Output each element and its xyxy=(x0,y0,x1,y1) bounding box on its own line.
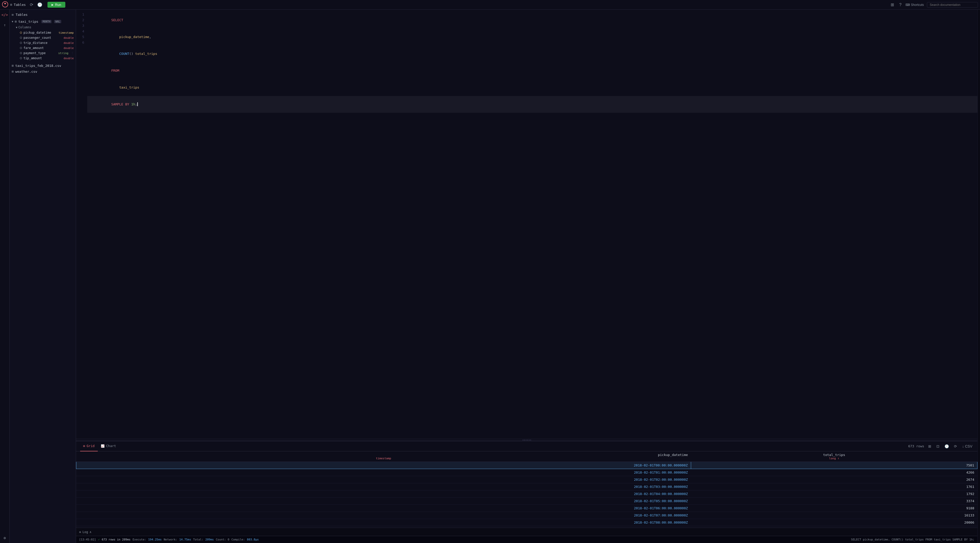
table-row[interactable]: 2018-02-01T01:00:00.000000Z4266 xyxy=(76,469,977,476)
col-dot-payment-type xyxy=(20,52,22,54)
log-toggle[interactable]: ≡ Log ∧ xyxy=(79,530,91,534)
editor-pane[interactable]: 1 2 3 4 5 6 SELECT pickup_datetime, xyxy=(76,10,977,439)
filter-button[interactable]: ⊡ xyxy=(935,443,940,449)
cell-count-2: 2674 xyxy=(691,476,977,483)
table-row[interactable]: 2018-02-01T06:00:00.000000Z9188 xyxy=(76,505,977,512)
col-type-tip-amount: double xyxy=(64,57,74,60)
code-icon[interactable]: </> xyxy=(0,12,9,18)
cell-count-5: 3374 xyxy=(691,498,977,505)
cell-datetime-4: 2018-02-01T04:00:00.000000Z xyxy=(76,491,691,498)
th-name-total: total_trips xyxy=(694,453,974,457)
table-row[interactable]: 2018-02-01T04:00:00.000000Z1792 xyxy=(76,491,977,498)
code-lines: SELECT pickup_datetime, COUNT() total_tr… xyxy=(86,12,977,113)
col-dot-fare-amount xyxy=(20,47,22,49)
weather-csv-label: weather.csv xyxy=(15,70,37,73)
refresh-button[interactable]: ⟳ xyxy=(29,1,34,8)
table-row[interactable]: 2018-02-01T00:00:00.000000Z7501 xyxy=(76,462,977,469)
table-row[interactable]: 2018-02-01T08:00:00.000000Z20006 xyxy=(76,519,977,526)
line-numbers: 1 2 3 4 5 6 xyxy=(76,12,86,113)
kw-sample: SAMPLE BY xyxy=(111,102,131,106)
upload-icon[interactable]: ↑ xyxy=(3,22,6,28)
col-name-tip-amount: tip_amount xyxy=(24,56,62,60)
grid-tab-label: Grid xyxy=(86,444,94,448)
settings-icon[interactable]: ⚙ xyxy=(3,535,6,541)
status-time: [13:45:02] xyxy=(79,538,96,541)
cell-datetime-5: 2018-02-01T05:00:00.000000Z xyxy=(76,498,691,505)
execute-value: 194.25ms xyxy=(148,538,162,541)
results-row-count: 673 rows ⊞ ⊡ 🕐 ⟳ ↓ CSV xyxy=(908,443,974,449)
tab-grid[interactable]: ⊞ Grid xyxy=(80,441,98,451)
resize-handle[interactable] xyxy=(76,439,977,441)
cell-datetime-8: 2018-02-01T08:00:00.000000Z xyxy=(76,519,691,526)
resize-dot-6 xyxy=(530,440,531,440)
table-row[interactable]: 2018-02-01T02:00:00.000000Z2674 xyxy=(76,476,977,483)
grid-tab-icon: ⊞ xyxy=(83,444,85,448)
columns-header[interactable]: ▼ Columns xyxy=(14,24,76,30)
log-icon: ≡ xyxy=(79,530,81,534)
tab-chart[interactable]: 📈 Chart xyxy=(98,441,119,451)
line-num-1: 1 xyxy=(76,12,84,17)
history-result-button[interactable]: 🕐 xyxy=(943,443,950,449)
fn-count: COUNT xyxy=(119,52,129,56)
column-pickup-datetime: pickup_datetime timestamp xyxy=(14,30,76,35)
history-button[interactable]: 🕐 xyxy=(36,1,43,8)
total-value: 209ms xyxy=(205,538,214,541)
line-num-6: 6 xyxy=(76,40,84,45)
table-header-row: pickup_datetime timestamp total_trips lo… xyxy=(76,451,977,462)
resize-dot-1 xyxy=(523,440,523,440)
log-chevron: ∧ xyxy=(89,530,91,534)
extensions-button[interactable]: ⊞ xyxy=(890,1,895,8)
column-chooser-button[interactable]: ⊞ xyxy=(927,443,932,449)
sidebar-item-feb-csv[interactable]: ⊞ taxi_trips_feb_2018.csv xyxy=(10,63,76,69)
export-csv-button[interactable]: ↓ CSV xyxy=(961,443,974,449)
id-pickup: pickup_datetime xyxy=(119,35,149,39)
compile-label: Compile: xyxy=(231,538,245,541)
status-check: ✓ xyxy=(98,538,100,541)
columns-section: ▼ Columns pickup_datetime timestamp pass… xyxy=(10,24,76,61)
table-row[interactable]: 2018-02-01T05:00:00.000000Z3374 xyxy=(76,498,977,505)
logo[interactable] xyxy=(2,1,8,8)
wal-badge: WAL xyxy=(54,20,61,23)
code-line-1: SELECT xyxy=(87,12,977,29)
column-fare-amount: fare_amount double xyxy=(14,45,76,51)
taxi-trips-label: taxi_trips xyxy=(18,20,38,24)
table-row[interactable]: 2018-02-01T07:00:00.000000Z16133 xyxy=(76,512,977,519)
sidebar-item-taxi-trips[interactable]: ▼ ⊞ taxi_trips MONTH WAL xyxy=(10,19,76,24)
main-layout: </> ↑ ⚙ ⊞ Tables ▼ ⊞ taxi_trips MONTH WA… xyxy=(0,10,980,543)
code-line-6: SAMPLE BY 1h; xyxy=(87,96,977,113)
search-documentation-input[interactable] xyxy=(927,2,978,8)
comma-2: , xyxy=(149,35,151,39)
indent-3 xyxy=(111,52,119,56)
sidebar-header: ⊞ Tables xyxy=(10,12,76,19)
log-label: Log xyxy=(83,530,88,534)
more-icon: ⋮ xyxy=(71,52,74,55)
top-bar-actions: ⟳ 🕐 xyxy=(29,1,43,8)
run-button[interactable]: Run xyxy=(48,2,65,8)
cell-count-0: 7501 xyxy=(691,462,977,469)
tables-section[interactable]: ⊞ Tables xyxy=(10,3,26,6)
refresh-result-button[interactable]: ⟳ xyxy=(953,443,958,449)
id-total: total_trips xyxy=(135,52,157,56)
cell-datetime-7: 2018-02-01T07:00:00.000000Z xyxy=(76,512,691,519)
sidebar-item-weather-csv[interactable]: ⊞ weather.csv xyxy=(10,69,76,75)
column-tip-amount: tip_amount double xyxy=(14,56,76,61)
help-button[interactable]: ? xyxy=(898,2,902,8)
column-trip-distance: trip_distance double xyxy=(14,40,76,45)
code-line-3: COUNT() total_trips xyxy=(87,45,977,62)
far-scrollbar[interactable] xyxy=(977,10,980,543)
code-line-2: pickup_datetime, xyxy=(87,29,977,45)
compile-value: 803.8μs xyxy=(247,538,259,541)
table-grid-icon-2: ⊞ xyxy=(12,64,14,68)
table-grid-icon: ⊞ xyxy=(15,20,17,24)
row-count-text: 673 rows xyxy=(908,444,924,448)
network-value: 14.75ms xyxy=(179,538,191,541)
data-table-wrap[interactable]: pickup_datetime timestamp total_trips lo… xyxy=(76,451,977,528)
sidebar-table-icon: ⊞ xyxy=(12,13,14,17)
chart-tab-label: Chart xyxy=(106,444,116,448)
str-1h: 1h xyxy=(131,102,135,106)
shortcuts-button[interactable]: ⌨ Shortcuts xyxy=(905,3,924,6)
count-label: Count: 0 xyxy=(216,538,229,541)
cell-count-8: 20006 xyxy=(691,519,977,526)
feb-csv-label: taxi_trips_feb_2018.csv xyxy=(15,64,61,68)
table-row[interactable]: 2018-02-01T03:00:00.000000Z1761 xyxy=(76,483,977,491)
